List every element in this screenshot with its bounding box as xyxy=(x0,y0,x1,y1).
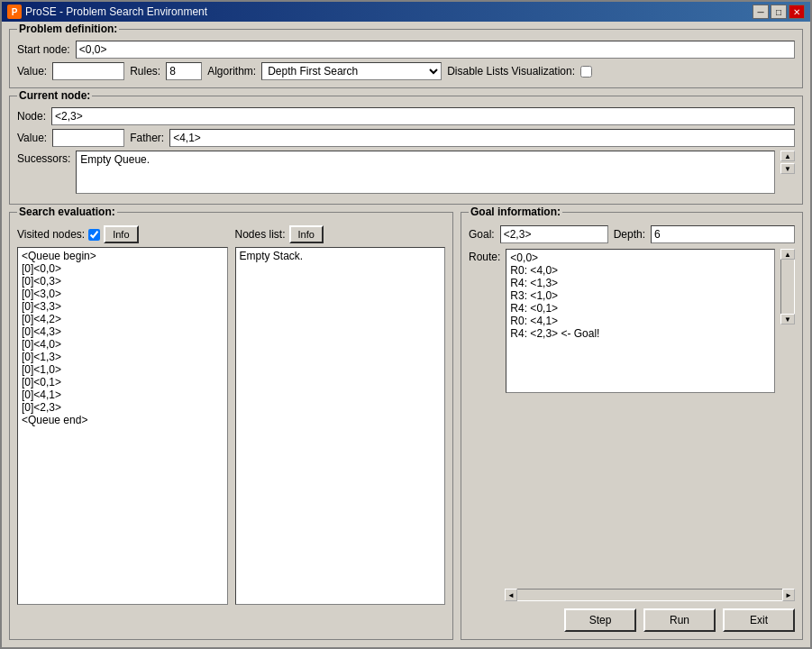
depth-label: Depth: xyxy=(614,228,645,241)
start-node-label: Start node: xyxy=(17,43,70,56)
eval-columns: Visited nodes: Info <Queue begin>[0]<0,0… xyxy=(17,225,445,605)
visited-nodes-list[interactable]: <Queue begin>[0]<0,0>[0]<0,3>[0]<3,0>[0]… xyxy=(17,247,228,605)
goal-input[interactable] xyxy=(500,225,608,243)
problem-definition-section: Problem definition: Start node: Value: R… xyxy=(9,29,803,88)
visited-nodes-checkbox[interactable] xyxy=(88,229,100,241)
father-label: Father: xyxy=(130,132,164,144)
goal-depth-row: Goal: Depth: xyxy=(469,225,795,243)
successors-scroll-up[interactable]: ▲ xyxy=(780,151,795,161)
visited-nodes-info-button[interactable]: Info xyxy=(104,225,138,243)
content-area: Problem definition: Start node: Value: R… xyxy=(2,22,810,647)
visited-nodes-col: Visited nodes: Info <Queue begin>[0]<0,0… xyxy=(17,225,228,605)
successors-scroll-down[interactable]: ▼ xyxy=(780,163,795,174)
route-hscroll-right[interactable]: ► xyxy=(782,589,795,601)
visited-nodes-header: Visited nodes: Info xyxy=(17,225,228,243)
run-button[interactable]: Run xyxy=(643,608,716,632)
node-row: Node: xyxy=(17,107,795,125)
problem-definition-label: Problem definition: xyxy=(17,23,119,35)
goal-label: Goal: xyxy=(469,228,495,241)
value-rules-algorithm-row: Value: Rules: Algorithm: Depth First Sea… xyxy=(17,62,795,80)
value-father-row: Value: Father: xyxy=(17,129,795,147)
main-window: P ProSE - Problem Search Environment ─ □… xyxy=(0,0,812,649)
algorithm-select[interactable]: Depth First SearchBreadth First SearchA*… xyxy=(261,62,442,80)
goal-information-label: Goal information: xyxy=(469,206,562,218)
search-evaluation-label: Search evaluation: xyxy=(17,206,117,218)
value-input-2[interactable] xyxy=(52,129,124,147)
title-bar-left: P ProSE - Problem Search Environment xyxy=(7,5,207,19)
value-label-2: Value: xyxy=(17,132,47,144)
algorithm-label: Algorithm: xyxy=(207,65,256,78)
route-list[interactable]: <0,0>R0: <4,0>R4: <1,3>R3: <1,0>R4: <0,1… xyxy=(506,249,775,393)
successors-row: Sucessors: ▲ ▼ xyxy=(17,151,795,197)
action-buttons: Step Run Exit xyxy=(469,601,795,632)
nodes-list-col: Nodes list: Info Empty Stack. xyxy=(235,225,446,605)
rules-label: Rules: xyxy=(130,65,160,78)
route-label: Route: xyxy=(469,249,500,263)
node-label: Node: xyxy=(17,110,46,123)
search-evaluation-section: Search evaluation: Visited nodes: Info <… xyxy=(9,212,453,640)
value-input-1[interactable] xyxy=(52,62,124,80)
nodes-list-header: Nodes list: Info xyxy=(235,225,446,243)
nodes-list-info-button[interactable]: Info xyxy=(289,225,324,243)
disable-lists-checkbox[interactable] xyxy=(580,66,592,78)
current-node-section: Current node: Node: Value: Father: Suces… xyxy=(9,96,803,205)
route-scroll-down[interactable]: ▼ xyxy=(780,314,795,324)
nodes-list-label: Nodes list: xyxy=(235,228,286,241)
route-hscroll-left[interactable]: ◄ xyxy=(505,589,517,601)
window-title: ProSE - Problem Search Environment xyxy=(25,5,207,18)
route-row: Route: <0,0>R0: <4,0>R4: <1,3>R3: <1,0>R… xyxy=(469,249,795,581)
step-button[interactable]: Step xyxy=(564,608,636,632)
successors-label: Sucessors: xyxy=(17,151,70,165)
value-label-1: Value: xyxy=(17,65,47,78)
app-icon: P xyxy=(7,5,22,19)
bottom-section: Search evaluation: Visited nodes: Info <… xyxy=(9,212,803,640)
current-node-label: Current node: xyxy=(17,89,92,102)
route-hscroll: ◄ ► xyxy=(505,589,795,601)
father-input[interactable] xyxy=(169,129,795,147)
visited-nodes-label: Visited nodes: xyxy=(17,228,85,241)
successors-textarea[interactable] xyxy=(76,151,775,194)
route-scroll-up[interactable]: ▲ xyxy=(780,249,795,260)
start-node-input[interactable] xyxy=(76,41,795,59)
depth-input[interactable] xyxy=(651,225,795,243)
maximize-button[interactable]: □ xyxy=(771,5,787,19)
title-bar-buttons: ─ □ ✕ xyxy=(753,5,805,19)
close-button[interactable]: ✕ xyxy=(789,5,805,19)
start-node-row: Start node: xyxy=(17,41,795,59)
disable-lists-label: Disable Lists Visualization: xyxy=(447,65,575,78)
title-bar: P ProSE - Problem Search Environment ─ □… xyxy=(2,2,810,22)
node-input[interactable] xyxy=(51,107,795,125)
nodes-list-area[interactable]: Empty Stack. xyxy=(235,247,446,605)
minimize-button[interactable]: ─ xyxy=(753,5,769,19)
exit-button[interactable]: Exit xyxy=(723,608,795,632)
rules-input[interactable] xyxy=(166,62,202,80)
goal-information-section: Goal information: Goal: Depth: Route: <0… xyxy=(461,212,803,640)
